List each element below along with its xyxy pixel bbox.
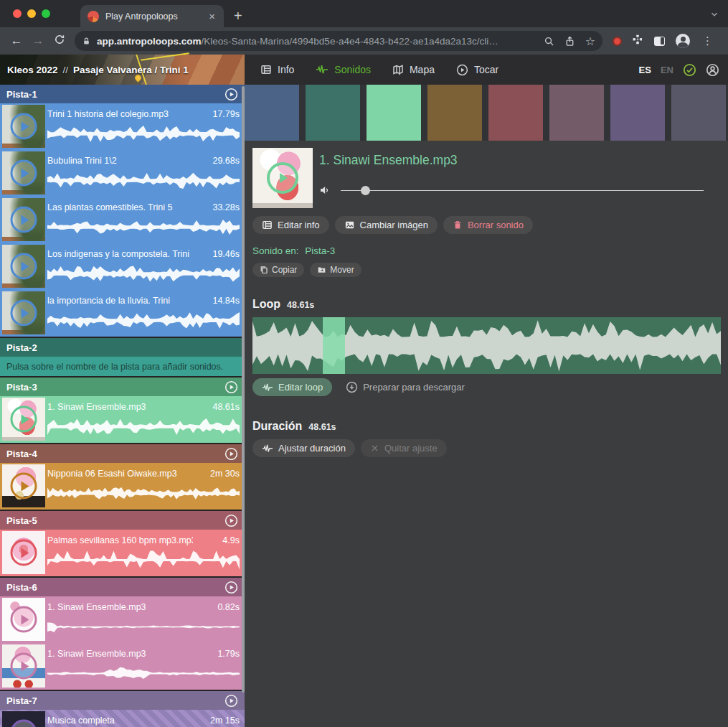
bookmark-star-icon[interactable]: ☆	[585, 34, 595, 48]
clip-row[interactable]: 1. Sinawi Ensemble.mp348.61s	[0, 396, 245, 443]
share-icon[interactable]	[564, 36, 575, 47]
play-overlay-icon[interactable]	[11, 113, 37, 140]
clip-thumbnail[interactable]	[2, 598, 45, 641]
track-header-pista-7[interactable]: Pista-7	[0, 691, 245, 710]
play-overlay-icon[interactable]	[11, 720, 37, 727]
play-overlay-icon[interactable]	[11, 300, 37, 327]
palette-swatch-1[interactable]	[245, 85, 299, 141]
profile-avatar[interactable]	[676, 34, 690, 48]
clip-row[interactable]: Nipponia 06 Esashi Oiwake.mp32m 30s	[0, 463, 245, 510]
clip-thumbnail[interactable]	[2, 531, 45, 574]
breadcrumb-project[interactable]: Kleos 2022	[7, 65, 58, 75]
remove-adjust-button[interactable]: Quitar ajuste	[361, 439, 447, 457]
zoom-page-icon[interactable]	[544, 36, 554, 47]
clip-row[interactable]: la importancia de la lluvia. Trini14.84s	[0, 290, 245, 337]
edit-loop-button[interactable]: Editar loop	[252, 378, 332, 396]
play-overlay-icon[interactable]	[11, 606, 37, 633]
maximize-window-button[interactable]	[42, 9, 50, 18]
account-icon[interactable]	[706, 63, 719, 77]
tab-tocar[interactable]: Tocar	[456, 64, 498, 76]
lang-en[interactable]: EN	[661, 65, 673, 75]
sound-thumbnail[interactable]	[252, 148, 313, 208]
volume-slider[interactable]	[341, 186, 704, 195]
play-circle-icon[interactable]	[224, 447, 238, 461]
palette-swatch-3[interactable]	[367, 85, 421, 141]
browser-menu-icon[interactable]: ⋮	[702, 34, 713, 47]
clip-row[interactable]: Musica completa2m 15s	[0, 710, 245, 727]
loop-waveform[interactable]	[252, 317, 721, 374]
minimize-window-button[interactable]	[27, 9, 36, 18]
move-button[interactable]: Mover	[310, 263, 361, 277]
play-overlay-icon[interactable]	[11, 473, 37, 499]
clip-row[interactable]: Trini 1 historia del colegio.mp317.79s	[0, 103, 245, 150]
track-header-pista-1[interactable]: Pista-1	[0, 85, 245, 103]
play-circle-icon[interactable]	[224, 514, 238, 527]
clip-row[interactable]: Bubulina Trini 1\229.68s	[0, 150, 245, 197]
palette-swatch-2[interactable]	[306, 85, 360, 141]
side-panel-icon[interactable]	[654, 37, 665, 46]
volume-slider-thumb[interactable]	[361, 186, 370, 195]
adjust-duration-button[interactable]: Ajustar duración	[252, 439, 355, 457]
new-tab-button[interactable]: +	[234, 6, 242, 26]
play-circle-icon[interactable]	[224, 380, 238, 394]
palette-swatch-5[interactable]	[488, 85, 543, 141]
palette-swatch-8[interactable]	[671, 85, 726, 141]
clip-row[interactable]: Los indigenas y la compostela. Trini19.4…	[0, 243, 245, 290]
track-play-button[interactable]	[224, 694, 238, 708]
breadcrumb-path[interactable]: Pasaje Valvanera / Trini 1	[73, 65, 189, 75]
track-header-pista-4[interactable]: Pista-4	[0, 444, 245, 463]
volume-slider-track[interactable]	[341, 190, 704, 192]
clip-thumbnail[interactable]	[2, 644, 45, 688]
clip-thumbnail[interactable]	[2, 198, 45, 241]
track-header-pista-5[interactable]: Pista-5	[0, 511, 245, 530]
tab-mapa[interactable]: Mapa	[392, 64, 435, 75]
close-window-button[interactable]	[13, 9, 22, 18]
track-play-button[interactable]	[224, 447, 238, 461]
clip-row[interactable]: Palmas sevillanas 160 bpm mp3.mp34.9s	[0, 530, 245, 576]
back-button[interactable]: ←	[6, 34, 27, 48]
tab-info[interactable]: Info	[260, 64, 294, 75]
play-overlay-icon[interactable]	[11, 207, 37, 233]
extensions-puzzle-icon[interactable]	[632, 34, 643, 48]
prepare-download-button[interactable]: Preparar para descargar	[341, 380, 469, 394]
clip-row[interactable]: 1. Sinawi Ensemble.mp31.79s	[0, 643, 245, 690]
track-header-pista-2[interactable]: Pista-2	[0, 338, 245, 357]
track-play-button[interactable]	[224, 88, 238, 101]
play-circle-icon[interactable]	[224, 581, 238, 594]
track-header-pista-3[interactable]: Pista-3	[0, 377, 245, 396]
copy-button[interactable]: Copiar	[252, 263, 304, 277]
clip-thumbnail[interactable]	[2, 105, 45, 148]
breadcrumb[interactable]: Kleos 2022 // Pasaje Valvanera / Trini 1	[7, 55, 189, 85]
play-overlay-icon[interactable]	[11, 160, 37, 187]
play-overlay-icon[interactable]	[11, 253, 37, 280]
palette-swatch-4[interactable]	[427, 85, 482, 141]
play-overlay-icon[interactable]	[267, 162, 298, 194]
browser-tab[interactable]: Play Antropoloops ×	[80, 5, 224, 27]
loop-playhead-region[interactable]	[323, 317, 345, 374]
track-play-button[interactable]	[224, 581, 238, 594]
clip-thumbnail[interactable]	[2, 711, 45, 727]
address-bar[interactable]: app.antropoloops.com/Kleos-Santa-Marina/…	[75, 31, 602, 51]
play-circle-icon[interactable]	[224, 88, 238, 101]
lang-es[interactable]: ES	[639, 65, 651, 75]
tab-search-chevron-icon[interactable]	[709, 9, 719, 22]
clip-row[interactable]: 1. Sinawi Ensemble.mp30.82s	[0, 596, 245, 643]
play-overlay-icon[interactable]	[11, 653, 37, 680]
palette-swatch-6[interactable]	[549, 85, 604, 141]
map-thumbnail-banner[interactable]: Kleos 2022 // Pasaje Valvanera / Trini 1	[0, 55, 245, 85]
tab-sonidos[interactable]: Sonidos	[316, 64, 371, 75]
edit-info-button[interactable]: Editar info	[252, 216, 329, 234]
play-circle-icon[interactable]	[224, 694, 238, 708]
clip-thumbnail[interactable]	[2, 464, 45, 507]
clip-thumbnail[interactable]	[2, 398, 45, 441]
play-overlay-icon[interactable]	[11, 540, 37, 566]
track-play-button[interactable]	[224, 514, 238, 527]
clip-thumbnail[interactable]	[2, 151, 45, 194]
reload-button[interactable]	[49, 34, 70, 49]
play-overlay-icon[interactable]	[11, 406, 37, 433]
clip-thumbnail[interactable]	[2, 245, 45, 288]
saved-check-icon[interactable]	[683, 63, 696, 77]
palette-swatch-7[interactable]	[610, 85, 665, 141]
track-header-pista-6[interactable]: Pista-6	[0, 578, 245, 596]
record-extension-icon[interactable]	[613, 37, 622, 46]
